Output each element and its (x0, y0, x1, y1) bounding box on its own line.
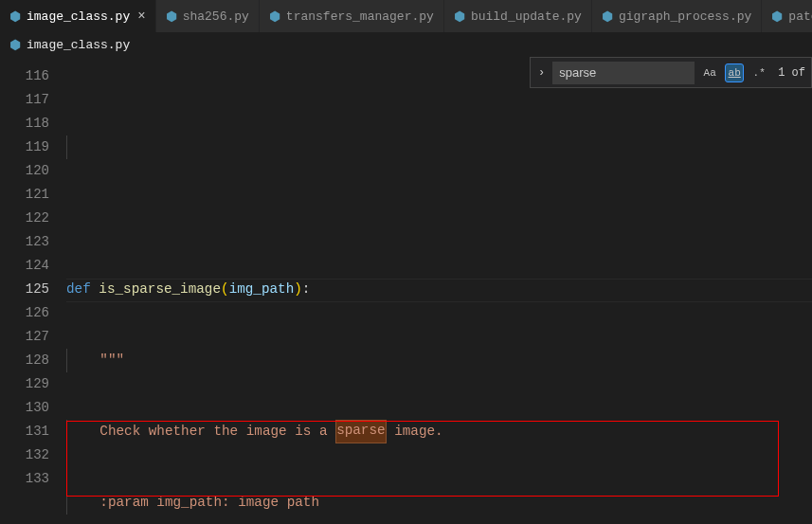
tab-label: build_update.py (471, 9, 582, 24)
line-number: 124 (0, 254, 49, 278)
find-widget: › Aa ab .* 1 of (530, 57, 812, 88)
tab-transfers[interactable]: ⬢ transfers_manager.py (260, 0, 444, 32)
line-number: 121 (0, 183, 49, 207)
tab-bar: ⬢ image_class.py × ⬢ sha256.py ⬢ transfe… (0, 0, 812, 33)
tab-label: patch_pa (788, 9, 812, 24)
line-number: 129 (0, 372, 49, 396)
tab-build-update[interactable]: ⬢ build_update.py (444, 0, 592, 32)
tab-label: image_class.py (27, 9, 130, 24)
line-number: 131 (0, 420, 49, 443)
tab-patch[interactable]: ⬢ patch_pa (762, 0, 812, 32)
python-icon: ⬢ (269, 9, 280, 25)
find-input[interactable] (552, 62, 695, 84)
python-icon: ⬢ (771, 9, 783, 25)
code-area[interactable]: def is_sparse_image(img_path): """ Check… (66, 57, 812, 524)
case-sensitive-toggle[interactable]: Aa (700, 63, 719, 82)
line-number: 119 (0, 136, 49, 159)
tab-gigraph[interactable]: ⬢ gigraph_process.py (592, 0, 762, 32)
python-icon: ⬢ (602, 9, 613, 25)
tab-label: sha256.py (183, 9, 249, 24)
find-results: 1 of (774, 66, 805, 80)
python-icon: ⬢ (9, 37, 21, 53)
tab-sha256[interactable]: ⬢ sha256.py (156, 0, 260, 32)
tab-label: gigraph_process.py (619, 9, 751, 24)
close-icon[interactable]: × (137, 9, 145, 24)
python-icon: ⬢ (454, 9, 465, 25)
python-icon: ⬢ (166, 9, 177, 25)
python-icon: ⬢ (9, 9, 21, 25)
line-number: 123 (0, 230, 49, 254)
line-number: 132 (0, 443, 49, 467)
subtab-image-class[interactable]: ⬢ image_class.py (0, 33, 139, 56)
gutter: 116 117 118 119 120 121 122 123 124 125 … (0, 57, 66, 524)
chevron-right-icon[interactable]: › (536, 64, 547, 81)
line-number: 118 (0, 112, 49, 136)
tab-subbar: ⬢ image_class.py (0, 33, 812, 57)
line-number: 128 (0, 349, 49, 372)
regex-toggle[interactable]: .* (749, 63, 768, 82)
line-number: 122 (0, 207, 49, 230)
tab-image-class[interactable]: ⬢ image_class.py × (0, 0, 156, 32)
subtab-label: image_class.py (27, 38, 130, 52)
tab-label: transfers_manager.py (286, 9, 434, 24)
line-number: 120 (0, 159, 49, 183)
line-number: 126 (0, 301, 49, 325)
line-number: 130 (0, 396, 49, 420)
line-number: 117 (0, 88, 49, 112)
editor[interactable]: 116 117 118 119 120 121 122 123 124 125 … (0, 57, 812, 524)
whole-word-toggle[interactable]: ab (725, 63, 744, 82)
line-number: 127 (0, 325, 49, 349)
line-number: 116 (0, 64, 49, 88)
line-number: 133 (0, 467, 49, 491)
line-number: 125 (0, 278, 49, 301)
